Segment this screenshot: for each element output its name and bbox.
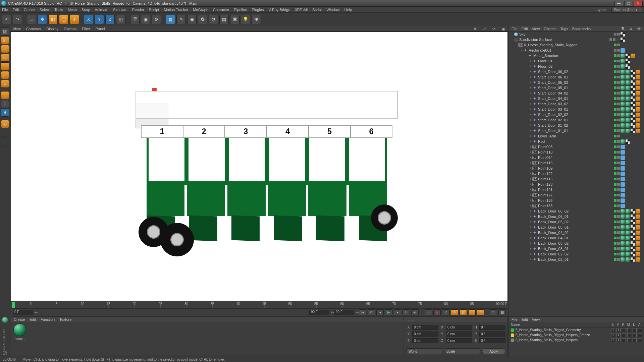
attrmenu-view[interactable]: View [532, 317, 540, 321]
objmenu-edit[interactable]: Edit [522, 27, 528, 31]
tree-row[interactable]: +Back_Door_06_02 [509, 208, 644, 214]
tree-expand-icon[interactable]: + [529, 97, 532, 100]
layer-toggle[interactable] [627, 338, 631, 342]
tag-area[interactable] [621, 188, 644, 192]
matmenu-create[interactable]: Create [14, 317, 25, 321]
tree-expand-icon[interactable]: + [529, 242, 532, 245]
xpresso-tag-icon[interactable] [636, 236, 640, 240]
key-param-button[interactable]: □ [477, 309, 484, 315]
tweak-button[interactable]: ☟ [1, 100, 9, 108]
compositing-tag-icon[interactable] [631, 231, 635, 235]
material-tag-icon[interactable] [621, 225, 625, 230]
current-frame-field[interactable]: 0 F [13, 310, 33, 315]
coord-grip-icon[interactable]: ⋮⋮ [407, 317, 414, 321]
tree-row[interactable]: +Back_Door_02_01 [509, 257, 644, 262]
pos-x-field[interactable]: 0 cm [412, 325, 438, 330]
coord-apply-button[interactable]: Apply [482, 348, 505, 354]
live-select-button[interactable]: ▭ [27, 15, 36, 24]
tree-expand-icon[interactable]: + [529, 81, 532, 84]
tree-expand-icon[interactable]: + [529, 108, 532, 111]
search-icon[interactable]: 🔍 [621, 27, 625, 31]
visibility-dots[interactable] [614, 156, 620, 159]
tree-row[interactable]: +Start_Door_04_01 [509, 96, 644, 101]
objmenu-view[interactable]: View [532, 27, 540, 31]
polygon-mode-button[interactable]: ▲ [1, 80, 9, 88]
display-tag-icon[interactable] [621, 198, 625, 203]
tree-row[interactable]: +Lever_Arm [509, 133, 644, 139]
display-tag-icon[interactable] [621, 188, 625, 192]
compositing-tag-icon[interactable] [621, 32, 625, 37]
compositing-tag-icon[interactable] [621, 38, 625, 42]
display-tag-icon[interactable] [621, 182, 625, 187]
tree-expand-icon[interactable]: - [515, 43, 518, 47]
layer-toggle[interactable] [638, 333, 642, 337]
range-end-field[interactable]: 90 F [309, 310, 329, 315]
viewmenu-options[interactable]: Options [64, 27, 76, 31]
viewport[interactable]: 123456 [11, 32, 508, 301]
menu-script[interactable]: Script [312, 8, 322, 12]
compositing-tag-icon[interactable] [626, 54, 630, 58]
compositing-tag-icon[interactable] [631, 118, 635, 122]
objmenu-bookmarks[interactable]: Bookmarks [572, 27, 591, 31]
layer-toggle[interactable] [616, 338, 621, 342]
layer-toggle[interactable] [611, 333, 615, 337]
tree-row[interactable]: +Back_Door_02_02 [509, 251, 644, 257]
timeline-options-button[interactable]: ≡ [490, 309, 497, 315]
filter-icon[interactable]: ⚙ [629, 27, 633, 31]
tree-row[interactable]: +Back_Door_04_02 [509, 230, 644, 235]
tree-expand-icon[interactable]: + [529, 102, 532, 106]
compositing-tag-icon[interactable] [631, 113, 635, 117]
menu-simulate[interactable]: Simulate [113, 8, 127, 12]
material-tag-icon[interactable] [626, 107, 630, 112]
tree-row[interactable]: +Back_Door_03_02 [509, 241, 644, 246]
material-tag-icon[interactable] [626, 209, 630, 214]
tree-row[interactable]: +Back_Door_05_02 [509, 219, 644, 225]
viewmenu-display[interactable]: Display [46, 27, 58, 31]
visibility-dots[interactable] [614, 247, 620, 250]
compositing-tag-icon[interactable] [631, 86, 635, 90]
tree-row[interactable]: +Back_Door_04_01 [509, 235, 644, 241]
tree-row[interactable]: +L0Point127 [509, 192, 644, 198]
layer-toggle[interactable] [611, 338, 615, 342]
material-tag-icon[interactable] [621, 118, 625, 122]
viewmenu-view[interactable]: View [13, 27, 21, 31]
visibility-dots[interactable] [614, 76, 620, 78]
tree-expand-icon[interactable]: - [510, 38, 514, 41]
material-tag-icon[interactable] [621, 97, 625, 101]
material-tag-icon[interactable] [626, 91, 630, 96]
point-mode-button[interactable]: ⋮ [1, 62, 9, 70]
layer-toggle[interactable] [638, 328, 642, 332]
objmenu-file[interactable]: File [512, 27, 518, 31]
xpresso-tag-icon[interactable] [636, 209, 640, 214]
tree-row[interactable]: +L0Point005 [509, 144, 644, 149]
material-tag-icon[interactable] [621, 70, 625, 74]
tag-area[interactable] [621, 86, 644, 90]
tag-area[interactable] [621, 70, 644, 74]
visibility-dots[interactable] [614, 119, 620, 121]
compositing-tag-icon[interactable] [631, 236, 635, 240]
material-tag-icon[interactable] [621, 59, 625, 63]
tree-expand-icon[interactable]: + [529, 172, 532, 175]
tag-area[interactable] [621, 91, 644, 96]
layer-toggle[interactable] [633, 333, 637, 337]
visibility-dots[interactable] [614, 135, 620, 137]
visibility-dots[interactable] [614, 199, 620, 202]
tag-area[interactable] [621, 118, 644, 122]
tree-expand-icon[interactable]: + [529, 134, 532, 138]
material-tag-icon[interactable] [621, 129, 625, 133]
tag-area[interactable] [621, 38, 644, 42]
layer-toggle[interactable] [633, 338, 637, 342]
tag-area[interactable] [621, 75, 644, 79]
xpresso-tag-icon[interactable] [636, 86, 640, 90]
next-frame-button[interactable]: ▸ [394, 309, 401, 315]
tag-area[interactable] [621, 252, 644, 256]
lock-y-button[interactable]: Y [95, 15, 104, 24]
tree-expand-icon[interactable]: + [529, 59, 532, 63]
visibility-dots[interactable] [609, 38, 615, 41]
script-button[interactable]: 𝚿 [252, 15, 261, 24]
timeline-scrub[interactable] [38, 310, 205, 315]
visibility-dots[interactable] [614, 162, 620, 164]
lock-z-button[interactable]: Z [105, 15, 115, 24]
tag-area[interactable] [621, 145, 644, 149]
tree-row[interactable]: Sky [509, 32, 644, 37]
